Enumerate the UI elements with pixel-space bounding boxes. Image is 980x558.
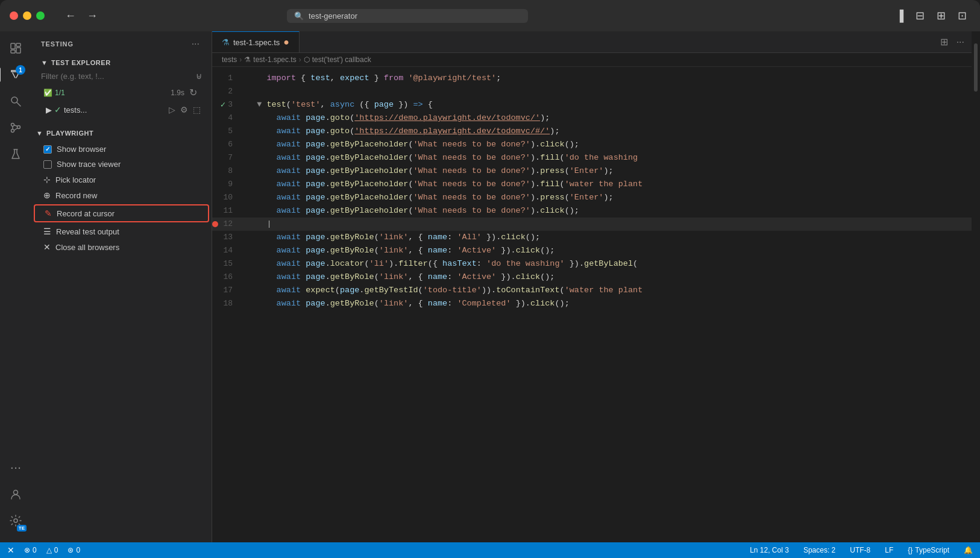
cursor-position[interactable]: Ln 12, Col 3	[747, 546, 791, 554]
activity-btn-dots[interactable]: ···	[4, 456, 28, 480]
code-line-10: 10 await page.getByPlaceholder('What nee…	[212, 191, 972, 204]
titlebar-nav: ← →	[61, 7, 101, 25]
line-content-4: await page.goto('https://demo.playwright…	[242, 111, 972, 125]
code-line-6: 6 await page.getByPlaceholder('What need…	[212, 138, 972, 151]
activity-btn-account[interactable]	[4, 482, 28, 506]
playwright-file-icon: ⚗	[222, 37, 230, 47]
svg-point-8	[17, 126, 20, 129]
activity-btn-settings[interactable]: TE	[4, 509, 28, 533]
pw-item-pick-locator[interactable]: ⊹ Pick locator	[34, 172, 209, 187]
close-button[interactable]	[10, 11, 18, 20]
close-all-browsers-label: Close all browsers	[55, 243, 119, 252]
breadcrumb-sep-2: ›	[299, 55, 301, 64]
line-number-6: 6	[212, 138, 242, 151]
maximize-button[interactable]	[36, 11, 45, 20]
notification-bell[interactable]: 🔔	[961, 546, 975, 554]
split-editor-button[interactable]: ⊞	[938, 34, 950, 50]
status-x-button[interactable]: ✕	[5, 545, 17, 555]
debug-test-icon[interactable]: ⚙	[179, 104, 189, 116]
pw-item-record-new[interactable]: ⊕ Record new	[34, 187, 209, 203]
refresh-button[interactable]: ↻	[187, 86, 199, 99]
playwright-section-header[interactable]: ▼ PLAYWRIGHT	[31, 127, 212, 139]
code-editor[interactable]: 1 import { test, expect } from '@playwri…	[212, 67, 972, 542]
encoding-indicator[interactable]: UTF-8	[847, 546, 873, 554]
test-explorer-header[interactable]: ▼ TEST EXPLORER	[36, 57, 207, 69]
activity-btn-source-control[interactable]	[4, 116, 28, 140]
layout-button-3[interactable]: ⊡	[954, 7, 970, 25]
checkbox-empty-icon[interactable]	[43, 160, 52, 169]
titlebar-search-box[interactable]: 🔍	[287, 9, 528, 23]
editor-area: ⚗ test-1.spec.ts ● ⊞ ··· tests › ⚗ test-…	[212, 31, 972, 542]
line-number-13: 13	[212, 231, 242, 244]
test-item[interactable]: ▶ ✓ tests... ▷ ⚙ ⬚	[36, 102, 207, 118]
line-number-7: 7	[212, 151, 242, 165]
activity-btn-search[interactable]	[4, 89, 28, 113]
layout-button-2[interactable]: ⊞	[933, 7, 949, 25]
code-line-12: 12	[212, 218, 972, 231]
filter-input[interactable]	[41, 72, 192, 81]
cursor-position-text: Ln 12, Col 3	[750, 546, 789, 554]
activity-btn-flask[interactable]	[4, 142, 28, 166]
error-count: 0	[33, 546, 37, 554]
pw-item-close-all-browsers[interactable]: ✕ Close all browsers	[34, 239, 209, 255]
sidebar-more-button[interactable]: ···	[189, 37, 202, 51]
svg-rect-3	[11, 50, 15, 53]
info-icon: ⊛	[68, 546, 74, 554]
line-content-1: import { test, expect } from '@playwrigh…	[242, 72, 972, 85]
info-count: 0	[76, 546, 80, 554]
titlebar-search-input[interactable]	[309, 11, 521, 20]
playwright-title: PLAYWRIGHT	[46, 130, 93, 137]
sidebar-toggle-button[interactable]: ▐	[892, 7, 907, 25]
pass-status: ✅ 1/1	[43, 89, 65, 97]
line-number-17: 17	[212, 284, 242, 297]
tab-test-spec[interactable]: ⚗ test-1.spec.ts ●	[212, 31, 300, 52]
run-test-icon[interactable]: ▷	[168, 104, 177, 116]
breadcrumb-filename[interactable]: test-1.spec.ts	[253, 55, 296, 64]
svg-point-6	[11, 124, 14, 127]
line-content-14: await page.getByRole('link', { name: 'Ac…	[242, 244, 972, 257]
code-line-13: 13 await page.getByRole('link', { name: …	[212, 231, 972, 244]
line-number-16: 16	[212, 271, 242, 284]
pw-item-record-at-cursor[interactable]: ✎ Record at cursor	[34, 204, 209, 222]
playwright-section: ▼ PLAYWRIGHT ✓ Show browser Show trace v…	[31, 122, 212, 542]
pw-item-reveal-test-output[interactable]: ☰ Reveal test output	[34, 224, 209, 239]
line-content-3: ▼ test('test', async ({ page }) => {	[242, 98, 972, 111]
close-browsers-icon: ✕	[43, 242, 51, 252]
code-line-1: 1 import { test, expect } from '@playwri…	[212, 72, 972, 85]
more-test-icon[interactable]: ⬚	[192, 104, 202, 116]
activity-btn-testing[interactable]: 1	[4, 63, 28, 87]
breadcrumb-tests[interactable]: tests	[222, 55, 237, 64]
checkbox-checked-icon[interactable]: ✓	[43, 145, 52, 154]
svg-point-10	[14, 519, 17, 522]
reveal-test-output-label: Reveal test output	[56, 227, 119, 236]
language-indicator[interactable]: {} TypeScript	[905, 546, 952, 554]
search-icon: 🔍	[294, 11, 304, 20]
breadcrumb-function[interactable]: test('test') callback	[312, 55, 371, 64]
editor-scrollbar[interactable]	[972, 31, 980, 542]
status-errors[interactable]: ⊗ 0	[22, 546, 39, 554]
status-row: ✅ 1/1 1.9s ↻	[36, 83, 207, 102]
pw-item-show-trace-viewer[interactable]: Show trace viewer	[34, 157, 209, 172]
tab-modified-dot: ●	[283, 37, 289, 48]
warning-count: 0	[54, 546, 58, 554]
line-number-12: 12	[212, 218, 242, 231]
spaces-text: Spaces: 2	[803, 546, 835, 554]
pw-item-show-browser[interactable]: ✓ Show browser	[34, 142, 209, 157]
activity-btn-explorer[interactable]	[4, 36, 28, 60]
code-line-14: 14 await page.getByRole('link', { name: …	[212, 244, 972, 257]
red-dot-icon	[212, 221, 218, 227]
forward-button[interactable]: →	[83, 7, 101, 25]
line-content-12	[242, 218, 972, 231]
minimize-button[interactable]	[23, 11, 31, 20]
editor-more-button[interactable]: ···	[954, 34, 967, 50]
pick-locator-label: Pick locator	[55, 175, 96, 184]
chevron-down-icon: ▼	[41, 59, 48, 66]
status-warnings[interactable]: △ 0	[44, 546, 61, 554]
spaces-indicator[interactable]: Spaces: 2	[801, 546, 838, 554]
record-cursor-icon: ✎	[45, 208, 52, 218]
status-info[interactable]: ⊛ 0	[65, 546, 83, 554]
line-ending-indicator[interactable]: LF	[882, 546, 896, 554]
x-icon: ✕	[7, 545, 14, 555]
layout-button-1[interactable]: ⊟	[912, 7, 928, 25]
back-button[interactable]: ←	[61, 7, 80, 25]
